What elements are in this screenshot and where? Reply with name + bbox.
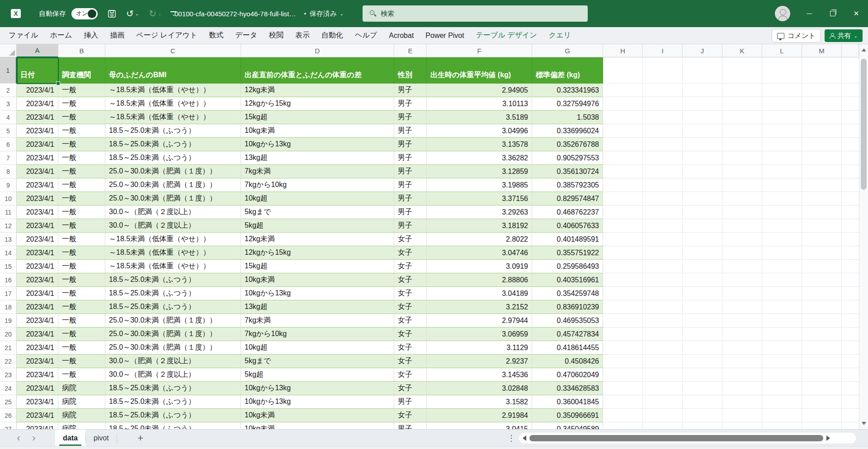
empty-cells[interactable]	[603, 287, 859, 300]
ribbon-tab-0[interactable]: ファイル	[3, 31, 44, 40]
empty-cells[interactable]	[603, 273, 859, 287]
cell-F18[interactable]: 3.2152	[427, 300, 532, 314]
cell-D10[interactable]: 10kg超	[241, 192, 394, 206]
cell-E14[interactable]: 女子	[394, 246, 427, 260]
row-header-11[interactable]: 11	[0, 206, 17, 219]
empty-cells[interactable]	[603, 368, 859, 382]
cell-E17[interactable]: 女子	[394, 287, 427, 300]
cell-A18[interactable]: 2023/4/1	[17, 300, 58, 314]
empty-cells[interactable]	[603, 246, 859, 260]
undo-button[interactable]: ↺ ⌄	[126, 9, 139, 18]
cell-E23[interactable]: 女子	[394, 368, 427, 382]
cell-C23[interactable]: 30.0～（肥満（２度以上）	[105, 368, 241, 382]
row-header-25[interactable]: 25	[0, 395, 17, 409]
empty-cells[interactable]	[603, 300, 859, 314]
column-header-C[interactable]: C	[105, 44, 241, 57]
cell-A12[interactable]: 2023/4/1	[17, 219, 58, 233]
cell-G18[interactable]: 0.836910239	[532, 300, 603, 314]
cell-E8[interactable]: 男子	[394, 165, 427, 178]
scrollbar-options-button[interactable]: ⋮	[507, 430, 515, 447]
cell-A10[interactable]: 2023/4/1	[17, 192, 58, 206]
cell-F12[interactable]: 3.18192	[427, 219, 532, 233]
horizontal-scrollbar[interactable]	[519, 433, 856, 444]
cell-D23[interactable]: 5kg超	[241, 368, 394, 382]
cell-G15[interactable]: 0.259586493	[532, 260, 603, 273]
cell-D12[interactable]: 5kg超	[241, 219, 394, 233]
row-header-6[interactable]: 6	[0, 138, 17, 151]
column-header-B[interactable]: B	[58, 44, 105, 57]
cell-F26[interactable]: 2.91984	[427, 409, 532, 422]
empty-cells[interactable]	[603, 314, 859, 327]
empty-cells[interactable]	[603, 97, 859, 111]
cell-C9[interactable]: 25.0～30.0未満（肥満（１度））	[105, 178, 241, 192]
cell-D26[interactable]: 10kg未満	[241, 409, 394, 422]
scroll-right-icon[interactable]	[826, 435, 830, 441]
cell-B24[interactable]: 病院	[58, 382, 105, 395]
empty-cells[interactable]	[603, 178, 859, 192]
ribbon-tab-9[interactable]: 自動化	[316, 31, 349, 40]
cell-E21[interactable]: 女子	[394, 341, 427, 355]
cell-G13[interactable]: 0.401489591	[532, 233, 603, 246]
cell-D6[interactable]: 10kgから13kg	[241, 138, 394, 151]
cell-E1[interactable]: 性別	[394, 57, 427, 84]
row-header-19[interactable]: 19	[0, 314, 17, 327]
cell-C20[interactable]: 25.0～30.0未満（肥満（１度））	[105, 327, 241, 341]
cell-B2[interactable]: 一般	[58, 84, 105, 97]
cell-A24[interactable]: 2023/4/1	[17, 382, 58, 395]
cell-E13[interactable]: 女子	[394, 233, 427, 246]
cell-E10[interactable]: 男子	[394, 192, 427, 206]
sheet-next-button[interactable]: ›	[26, 430, 42, 447]
sheet-tab-data[interactable]: data	[55, 430, 85, 447]
cell-B21[interactable]: 一般	[58, 341, 105, 355]
empty-cells[interactable]	[603, 327, 859, 341]
cell-B11[interactable]: 一般	[58, 206, 105, 219]
ribbon-tab-10[interactable]: ヘルプ	[349, 31, 383, 40]
cell-E11[interactable]: 男子	[394, 206, 427, 219]
cell-G20[interactable]: 0.457427834	[532, 327, 603, 341]
cell-C24[interactable]: 18.5～25.0未満（ふつう）	[105, 382, 241, 395]
cell-C19[interactable]: 25.0～30.0未満（肥満（１度））	[105, 314, 241, 327]
cell-E2[interactable]: 男子	[394, 84, 427, 97]
horizontal-scrollbar-thumb[interactable]	[529, 435, 823, 441]
empty-cells[interactable]	[603, 219, 859, 233]
restore-button[interactable]	[821, 0, 844, 27]
row-header-12[interactable]: 12	[0, 219, 17, 233]
cell-D17[interactable]: 10kgから13kg	[241, 287, 394, 300]
cell-A27[interactable]: 2023/4/1	[17, 422, 58, 429]
cell-G26[interactable]: 0.350966691	[532, 409, 603, 422]
cell-E12[interactable]: 男子	[394, 219, 427, 233]
cell-A5[interactable]: 2023/4/1	[17, 124, 58, 138]
row-header-7[interactable]: 7	[0, 151, 17, 165]
cell-D15[interactable]: 15kg超	[241, 260, 394, 273]
cell-G7[interactable]: 0.905297553	[532, 151, 603, 165]
cell-E7[interactable]: 男子	[394, 151, 427, 165]
cell-E9[interactable]: 男子	[394, 178, 427, 192]
cell-B10[interactable]: 一般	[58, 192, 105, 206]
document-title[interactable]: 00100-cfa-00450272-hyo46-78-full-list… •…	[175, 0, 344, 27]
row-header-18[interactable]: 18	[0, 300, 17, 314]
column-header-L[interactable]: L	[762, 44, 802, 57]
cell-G19[interactable]: 0.469535053	[532, 314, 603, 327]
empty-cells[interactable]	[603, 409, 859, 422]
cell-F6[interactable]: 3.13578	[427, 138, 532, 151]
cell-C1[interactable]: 母のふだんのBMI	[105, 57, 241, 84]
cell-E3[interactable]: 男子	[394, 97, 427, 111]
cell-C22[interactable]: 30.0～（肥満（２度以上）	[105, 355, 241, 368]
cell-G22[interactable]: 0.4508426	[532, 355, 603, 368]
row-header-22[interactable]: 22	[0, 355, 17, 368]
row-header-14[interactable]: 14	[0, 246, 17, 260]
row-header-21[interactable]: 21	[0, 341, 17, 355]
cell-F11[interactable]: 3.29263	[427, 206, 532, 219]
comments-button[interactable]: コメント	[772, 29, 821, 42]
empty-cells[interactable]	[603, 111, 859, 124]
cell-B27[interactable]: 病院	[58, 422, 105, 429]
cell-D16[interactable]: 10kg未満	[241, 273, 394, 287]
cell-G4[interactable]: 1.5038	[532, 111, 603, 124]
row-header-15[interactable]: 15	[0, 260, 17, 273]
cell-F14[interactable]: 3.04746	[427, 246, 532, 260]
cell-C16[interactable]: 18.5～25.0未満（ふつう）	[105, 273, 241, 287]
cell-D19[interactable]: 7kg未満	[241, 314, 394, 327]
cell-F2[interactable]: 2.94905	[427, 84, 532, 97]
cell-B9[interactable]: 一般	[58, 178, 105, 192]
column-header-E[interactable]: E	[394, 44, 427, 57]
